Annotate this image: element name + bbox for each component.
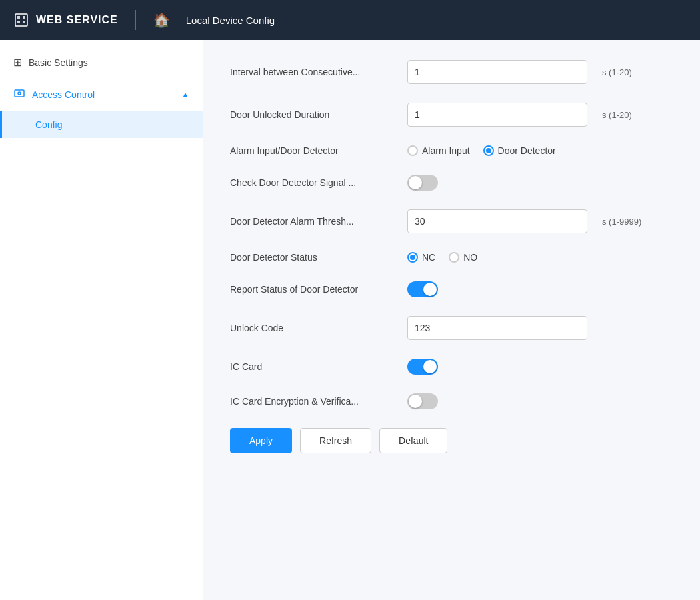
- alarm-thresh-input[interactable]: [407, 209, 587, 233]
- svg-rect-2: [23, 16, 25, 19]
- door-detector-status-label: Door Detector Status: [230, 252, 397, 263]
- unlock-code-input[interactable]: [407, 316, 587, 340]
- ic-card-encryption-toggle[interactable]: [407, 393, 438, 409]
- check-door-signal-label: Check Door Detector Signal ...: [230, 177, 397, 188]
- door-unlocked-unit: s (1-20): [602, 110, 632, 120]
- form-row-alarm-detector: Alarm Input/Door Detector Alarm Input Do…: [230, 145, 673, 156]
- radio-circle-alarm-input: [407, 145, 418, 156]
- toggle-knob-ic-card-encryption: [409, 395, 422, 408]
- form-row-alarm-thresh: Door Detector Alarm Thresh... s (1-9999): [230, 209, 673, 233]
- sidebar: ⊞ Basic Settings Access Control ▲ Config: [0, 40, 203, 600]
- form-row-unlock-code: Unlock Code: [230, 316, 673, 340]
- svg-rect-5: [15, 90, 24, 97]
- main-content: Interval between Consecutive... s (1-20)…: [203, 40, 700, 600]
- toggle-knob-report: [423, 283, 437, 296]
- apply-button[interactable]: Apply: [230, 428, 292, 453]
- door-status-radio-group: NC NO: [407, 252, 477, 263]
- form-row-ic-card-encryption: IC Card Encryption & Verifica...: [230, 393, 673, 409]
- radio-label-door-detector: Door Detector: [498, 145, 556, 156]
- unlock-code-label: Unlock Code: [230, 323, 397, 333]
- alarm-detector-radio-group: Alarm Input Door Detector: [407, 145, 556, 156]
- home-icon[interactable]: 🏠: [153, 12, 170, 28]
- interval-unit: s (1-20): [602, 67, 632, 77]
- app-header: WEB SERVICE 🏠 Local Device Config: [0, 0, 700, 40]
- radio-circle-nc: [407, 252, 418, 263]
- door-unlocked-input[interactable]: [407, 103, 587, 127]
- radio-label-alarm-input: Alarm Input: [422, 145, 470, 156]
- app-name: WEB SERVICE: [36, 14, 118, 26]
- radio-alarm-input[interactable]: Alarm Input: [407, 145, 470, 156]
- sidebar-item-access-control[interactable]: Access Control ▲: [0, 78, 203, 111]
- form-row-check-door-signal: Check Door Detector Signal ...: [230, 175, 673, 191]
- svg-rect-0: [15, 14, 27, 26]
- alarm-thresh-unit: s (1-9999): [602, 217, 641, 227]
- radio-nc[interactable]: NC: [407, 252, 435, 263]
- button-group: Apply Refresh Default: [230, 428, 673, 453]
- alarm-detector-label: Alarm Input/Door Detector: [230, 145, 397, 156]
- report-status-toggle[interactable]: [407, 281, 438, 297]
- sidebar-item-basic-settings[interactable]: ⊞ Basic Settings: [0, 47, 203, 78]
- radio-label-nc: NC: [422, 252, 435, 263]
- grid-icon: ⊞: [13, 56, 22, 69]
- building-icon: [13, 12, 29, 28]
- ic-card-label: IC Card: [230, 361, 397, 372]
- form-row-door-detector-status: Door Detector Status NC NO: [230, 252, 673, 263]
- interval-input[interactable]: [407, 60, 587, 84]
- radio-circle-door-detector: [483, 145, 494, 156]
- form-row-door-unlocked: Door Unlocked Duration s (1-20): [230, 103, 673, 127]
- header-title: Local Device Config: [186, 15, 275, 26]
- radio-circle-no: [449, 252, 459, 263]
- default-button[interactable]: Default: [379, 428, 447, 453]
- interval-label: Interval between Consecutive...: [230, 67, 397, 77]
- radio-label-no: NO: [463, 252, 477, 263]
- svg-rect-4: [23, 21, 25, 23]
- main-layout: ⊞ Basic Settings Access Control ▲ Config…: [0, 40, 700, 600]
- svg-point-6: [18, 92, 21, 95]
- toggle-knob-ic-card: [423, 360, 437, 373]
- check-door-signal-toggle[interactable]: [407, 175, 438, 191]
- radio-door-detector[interactable]: Door Detector: [483, 145, 556, 156]
- form-row-interval: Interval between Consecutive... s (1-20): [230, 60, 673, 84]
- form-row-ic-card: IC Card: [230, 359, 673, 375]
- sidebar-item-access-control-label: Access Control: [32, 89, 95, 100]
- svg-rect-1: [17, 16, 20, 19]
- app-logo: WEB SERVICE: [13, 12, 118, 28]
- report-status-label: Report Status of Door Detector: [230, 284, 397, 295]
- ic-card-encryption-label: IC Card Encryption & Verifica...: [230, 396, 397, 407]
- header-divider: [135, 10, 136, 30]
- svg-rect-3: [17, 21, 20, 23]
- sidebar-item-label: Basic Settings: [29, 57, 88, 68]
- ic-card-toggle[interactable]: [407, 359, 438, 375]
- chevron-up-icon: ▲: [181, 90, 189, 99]
- refresh-button[interactable]: Refresh: [300, 428, 371, 453]
- access-control-icon: [13, 87, 25, 102]
- sidebar-sub-item-label: Config: [35, 119, 62, 130]
- radio-no[interactable]: NO: [449, 252, 477, 263]
- form-row-report-status: Report Status of Door Detector: [230, 281, 673, 297]
- toggle-knob: [409, 176, 422, 189]
- door-unlocked-label: Door Unlocked Duration: [230, 109, 397, 120]
- sidebar-sub-item-config[interactable]: Config: [0, 111, 203, 138]
- alarm-thresh-label: Door Detector Alarm Thresh...: [230, 216, 397, 227]
